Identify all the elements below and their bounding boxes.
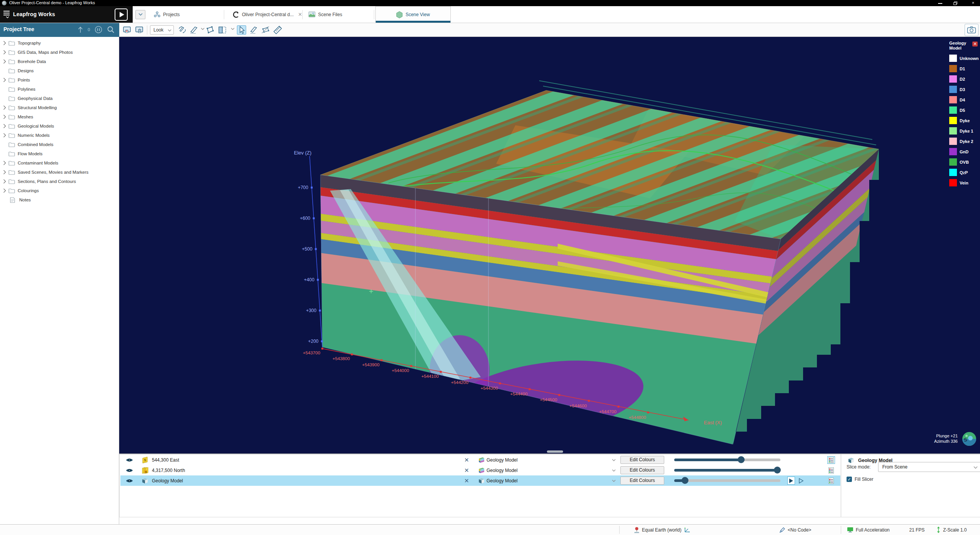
minimize-button[interactable] <box>935 0 946 6</box>
expand-chevron-icon[interactable] <box>3 124 8 128</box>
legend-close-icon[interactable]: ✕ <box>972 42 978 47</box>
look-dropdown[interactable]: Look <box>150 25 174 35</box>
menu-hamburger-icon[interactable] <box>3 11 10 18</box>
edit-colours-button[interactable]: Edit Colours <box>620 456 664 464</box>
edit-colours-button[interactable]: Edit Colours <box>620 477 664 485</box>
expand-chevron-icon[interactable] <box>3 78 8 82</box>
tab-oliver-project[interactable]: Oliver Project-Central d... ✕ <box>229 6 306 23</box>
chevron-down-icon[interactable] <box>612 469 616 472</box>
expand-chevron-icon[interactable] <box>3 105 8 110</box>
tab-close-icon[interactable]: ✕ <box>298 12 302 17</box>
draw-slicer-rotate-tool[interactable] <box>178 25 187 35</box>
tree-item-notes[interactable]: Notes <box>0 195 119 204</box>
shape-row-east-section[interactable]: S 544,300 East ✕ Geology Model Edit Colo… <box>120 455 840 465</box>
polyline-loop-tool[interactable] <box>205 25 215 35</box>
opacity-slider[interactable] <box>674 459 780 461</box>
tab-scene-view[interactable]: Scene View <box>375 6 451 23</box>
plunge-value: Plunge +21 <box>900 434 958 439</box>
shape-row-north-section[interactable]: s 4,317,500 North ✕ Geology Model Edit C… <box>120 465 840 475</box>
tree-item-saved-scenes-movies-and-markers[interactable]: Saved Scenes, Movies and Markers <box>0 168 119 177</box>
fill-slicer-checkbox[interactable]: ✓ <box>847 477 852 482</box>
slicer-blade-tool[interactable] <box>189 25 198 35</box>
visibility-eye-icon[interactable] <box>126 475 133 486</box>
chevron-down-icon[interactable] <box>201 28 205 30</box>
east-tick-label: +543900 <box>362 362 379 367</box>
slice-mode-select[interactable]: From Scene <box>878 462 980 472</box>
tree-item-numeric-models[interactable]: Numeric Models <box>0 131 119 140</box>
tree-item-gis-data-maps-and-photos[interactable]: GIS Data, Maps and Photos <box>0 48 119 57</box>
tree-item-contaminant-models[interactable]: Contaminant Models <box>0 158 119 168</box>
tree-item-borehole-data[interactable]: Borehole Data <box>0 57 119 66</box>
expand-chevron-icon[interactable] <box>3 115 8 119</box>
tree-item-sections-plans-and-contours[interactable]: Sections, Plans and Contours <box>0 177 119 186</box>
visibility-eye-icon[interactable] <box>126 455 133 465</box>
expand-chevron-icon[interactable] <box>3 170 8 174</box>
pencil-blade-icon <box>249 25 258 35</box>
projection-status[interactable]: Equal Earth (world) <box>634 525 690 535</box>
colour-mode-value[interactable]: Geology Model <box>487 475 518 486</box>
orientation-globe[interactable]: S <box>962 432 976 446</box>
pause-icon[interactable] <box>95 26 102 33</box>
colour-mode-value[interactable]: Geology Model <box>487 455 518 465</box>
slice-box-tool[interactable] <box>218 25 227 35</box>
chevron-down-icon[interactable] <box>231 28 235 30</box>
acceleration-status[interactable]: Full Acceleration <box>847 525 890 535</box>
colour-mode-value[interactable]: Geology Model <box>487 465 518 475</box>
tab-list-dropdown-button[interactable] <box>135 10 145 19</box>
snapshot-button[interactable] <box>965 24 978 36</box>
expand-chevron-icon[interactable] <box>3 59 8 64</box>
geology-model-3d[interactable]: Elev (Z) +700+600+500+400+300+200 East (… <box>119 37 980 454</box>
tree-item-structural-modelling[interactable]: Structural Modelling <box>0 103 119 112</box>
close-button[interactable]: × <box>967 0 979 6</box>
opacity-slider[interactable] <box>674 469 780 472</box>
legend-toggle-icon[interactable] <box>827 456 835 464</box>
z-scale-status[interactable]: Z-Scale 1.0 <box>936 525 967 535</box>
draw-line-tool[interactable] <box>249 25 258 35</box>
viewport-scroll-handle[interactable] <box>547 450 563 453</box>
scene-3d-viewport[interactable]: Elev (Z) +700+600+500+400+300+200 East (… <box>119 37 980 454</box>
tree-item-flow-models[interactable]: Flow Models <box>0 149 119 158</box>
legend-toggle-icon[interactable] <box>827 467 835 474</box>
opacity-slider[interactable] <box>674 479 780 482</box>
ruler-tool[interactable] <box>273 25 282 35</box>
tree-item-polylines[interactable]: Polylines <box>0 85 119 94</box>
chevron-down-icon[interactable] <box>612 459 616 462</box>
tab-scene-files[interactable]: Scene Files <box>305 6 346 23</box>
play-slices-button[interactable] <box>787 477 795 485</box>
tree-item-meshes[interactable]: Meshes <box>0 112 119 121</box>
expand-chevron-icon[interactable] <box>3 179 8 184</box>
tree-item-combined-models[interactable]: Combined Models <box>0 140 119 149</box>
tree-item-geophysical-data[interactable]: Geophysical Data <box>0 94 119 103</box>
expand-chevron-icon[interactable] <box>3 50 8 55</box>
visibility-eye-icon[interactable] <box>126 465 133 475</box>
remove-shape-icon[interactable]: ✕ <box>464 465 469 475</box>
code-status[interactable]: <No Code> <box>779 525 811 535</box>
clear-scene-button[interactable] <box>135 25 144 35</box>
expand-chevron-icon[interactable] <box>3 41 8 45</box>
play-once-button[interactable] <box>797 477 805 485</box>
search-icon[interactable] <box>107 26 115 33</box>
up-arrow-icon[interactable] <box>78 26 83 33</box>
tree-item-points[interactable]: Points <box>0 75 119 85</box>
shape-row-geology-model[interactable]: Geology Model ✕ Geology Model Edit Colou… <box>120 475 840 486</box>
remove-shape-icon[interactable]: ✕ <box>464 475 469 486</box>
expand-chevron-icon[interactable] <box>3 133 8 138</box>
legend-toggle-icon[interactable] <box>827 477 835 485</box>
tree-item-topography[interactable]: Topography <box>0 38 119 48</box>
remove-shape-icon[interactable]: ✕ <box>464 455 469 465</box>
chevron-down-icon[interactable] <box>612 480 616 482</box>
polyline-disable-tool[interactable] <box>261 25 270 35</box>
expand-chevron-icon[interactable] <box>3 188 8 193</box>
tree-item-geological-models[interactable]: Geological Models <box>0 121 119 131</box>
expand-chevron-icon[interactable] <box>3 161 8 165</box>
tree-item-designs[interactable]: Designs <box>0 66 119 75</box>
tree-item-colourings[interactable]: Colourings <box>0 186 119 195</box>
tab-projects[interactable]: Projects <box>150 6 183 23</box>
folder-icon <box>8 114 16 120</box>
play-scene-button[interactable] <box>115 8 128 21</box>
save-scene-button[interactable] <box>122 25 132 35</box>
maximize-button[interactable] <box>950 0 962 6</box>
east-tick-label: +544100 <box>421 374 438 379</box>
select-tool[interactable] <box>237 25 246 35</box>
edit-colours-button[interactable]: Edit Colours <box>620 466 664 474</box>
